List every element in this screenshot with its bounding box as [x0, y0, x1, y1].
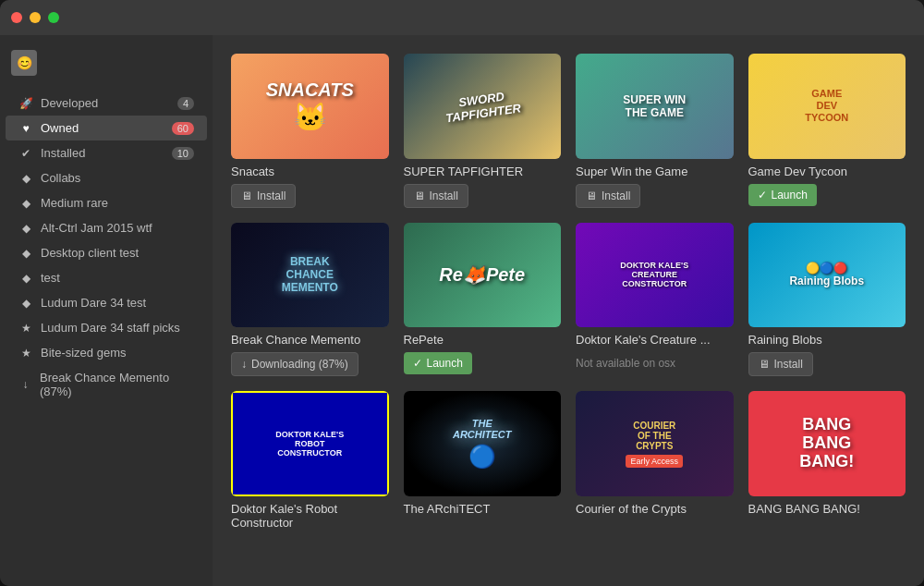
game-art: COURIEROF THECRYPTS Early Access	[576, 391, 734, 496]
game-title: Game Dev Tycoon	[748, 165, 906, 178]
game-art: DOKTOR KALE'SCREATURECONSTRUCTOR	[576, 223, 734, 328]
install-button[interactable]: 🖥 Install	[404, 184, 468, 208]
sidebar-item-desktopclient[interactable]: ◆ Desktop client test	[6, 240, 207, 265]
game-thumbnail[interactable]: DOKTOR KALE'SCREATURECONSTRUCTOR	[576, 223, 734, 328]
download-icon: ↓	[241, 358, 247, 371]
game-card-superwinthegame: SUPER WINTHE GAME Super Win the Game 🖥 I…	[576, 54, 734, 208]
close-button[interactable]	[11, 12, 22, 23]
sidebar-item-label: test	[41, 271, 60, 285]
install-icon: 🖥	[759, 358, 770, 371]
titlebar	[0, 0, 924, 35]
install-button[interactable]: 🖥 Install	[231, 184, 296, 208]
sidebar-item-ludumdare34staff[interactable]: ★ Ludum Dare 34 staff picks	[6, 315, 207, 340]
sidebar-item-collabs[interactable]: ◆ Collabs	[6, 165, 207, 190]
game-card-doktorkale: DOKTOR KALE'SCREATURECONSTRUCTOR Doktor …	[576, 223, 734, 377]
game-art: BANGBANGBANG!	[748, 391, 906, 496]
sidebar: 😊 🚀 Developed 4 ♥ Owned 60 ✔ Installed 1…	[0, 35, 213, 586]
game-thumbnail[interactable]: DOKTOR KALE'SROBOTCONSTRUCTOR	[231, 391, 389, 496]
sidebar-item-label: Developed	[41, 96, 98, 110]
sidebar-item-developed[interactable]: 🚀 Developed 4	[6, 91, 207, 116]
launch-button[interactable]: ✓ Launch	[404, 352, 472, 374]
sidebar-item-owned[interactable]: ♥ Owned 60	[6, 116, 207, 140]
sidebar-badge: 10	[172, 147, 194, 160]
sidebar-item-icon: ★	[18, 322, 33, 335]
sidebar-item-altctrljam[interactable]: ◆ Alt-Ctrl Jam 2015 wtf	[6, 215, 207, 240]
game-art: 🟡🔵🔴Raining Blobs	[748, 223, 906, 328]
maximize-button[interactable]	[48, 12, 59, 23]
game-title: SUPER TAPFIGHTER	[404, 165, 562, 178]
game-title: Break Chance Memento	[231, 333, 389, 347]
game-thumbnail[interactable]: COURIEROF THECRYPTS Early Access	[576, 391, 734, 496]
game-thumbnail[interactable]: BREAKCHANCEMEMENTO	[231, 223, 389, 328]
sidebar-item-label: Medium rare	[41, 196, 108, 210]
game-title: Doktor Kale's Robot Constructor	[231, 502, 389, 530]
game-art: GAMEDEVTYCOON	[748, 54, 906, 159]
install-icon: 🖥	[241, 189, 252, 202]
minimize-button[interactable]	[30, 12, 41, 23]
game-card-repete: Re🦊Pete RePete ✓ Launch	[404, 223, 562, 377]
game-thumbnail[interactable]: SUPER WINTHE GAME	[576, 54, 734, 159]
sidebar-item-label: Desktop client test	[41, 246, 139, 260]
game-title: Courier of the Crypts	[576, 502, 734, 516]
game-thumbnail[interactable]: GAMEDEVTYCOON	[748, 54, 906, 159]
sidebar-item-label: Owned	[41, 121, 79, 135]
sidebar-item-installed[interactable]: ✔ Installed 10	[6, 140, 207, 165]
game-thumbnail[interactable]: BANGBANGBANG!	[748, 391, 906, 496]
install-button[interactable]: 🖥 Install	[576, 184, 640, 208]
user-profile[interactable]: 😊	[0, 43, 213, 83]
game-card-supertapfighter: SWORDTAPFIGHTER SUPER TAPFIGHTER 🖥 Insta…	[404, 54, 562, 208]
game-card-architect: THEARCHITECT 🔵 The ARchiTECT	[404, 391, 562, 530]
sidebar-item-ludumdare34test[interactable]: ◆ Ludum Dare 34 test	[6, 290, 207, 315]
game-thumbnail[interactable]: 🟡🔵🔴Raining Blobs	[748, 223, 906, 328]
sidebar-item-mediumrare[interactable]: ◆ Medium rare	[6, 190, 207, 215]
game-title: Snacats	[231, 165, 389, 178]
sidebar-item-label: Break Chance Memento (87%)	[40, 371, 194, 398]
install-button[interactable]: 🖥 Install	[748, 352, 813, 376]
games-grid: SNACATS 🐱 Snacats 🖥 Install SWORDTAPFIGH…	[231, 54, 906, 530]
game-title: Super Win the Game	[576, 165, 734, 178]
sidebar-item-icon: ↓	[18, 378, 32, 391]
game-art: THEARCHITECT 🔵	[404, 391, 562, 496]
game-title: Raining Blobs	[748, 333, 906, 347]
game-art: BREAKCHANCEMEMENTO	[231, 223, 389, 328]
sidebar-item-breakchancememento[interactable]: ↓ Break Chance Memento (87%)	[6, 365, 207, 404]
sidebar-item-icon: ◆	[18, 222, 33, 235]
sidebar-item-bitesize[interactable]: ★ Bite-sized gems	[6, 340, 207, 365]
install-icon: 🖥	[586, 189, 597, 202]
game-art: DOKTOR KALE'SROBOTCONSTRUCTOR	[231, 391, 389, 496]
sidebar-item-label: Collabs	[41, 171, 80, 185]
game-thumbnail[interactable]: SWORDTAPFIGHTER	[404, 54, 562, 159]
game-card-gamedevtycoon: GAMEDEVTYCOON Game Dev Tycoon ✓ Launch	[748, 54, 906, 208]
sidebar-item-label: Ludum Dare 34 test	[41, 296, 146, 310]
sidebar-item-icon: ◆	[18, 197, 33, 210]
game-card-rainingblobs: 🟡🔵🔴Raining Blobs Raining Blobs 🖥 Install	[748, 223, 906, 377]
game-thumbnail[interactable]: SNACATS 🐱	[231, 54, 389, 159]
sidebar-item-icon: ◆	[18, 272, 33, 285]
game-art: SUPER WINTHE GAME	[576, 54, 734, 159]
game-art: Re🦊Pete	[404, 223, 562, 328]
sidebar-item-label: Alt-Ctrl Jam 2015 wtf	[41, 221, 152, 235]
sidebar-item-label: Installed	[41, 146, 85, 160]
content-area: 😊 🚀 Developed 4 ♥ Owned 60 ✔ Installed 1…	[0, 35, 924, 586]
app-window: 😊 🚀 Developed 4 ♥ Owned 60 ✔ Installed 1…	[0, 0, 924, 586]
game-card-robotconstructor: DOKTOR KALE'SROBOTCONSTRUCTOR Doktor Kal…	[231, 391, 389, 530]
sidebar-item-icon: ◆	[18, 297, 33, 310]
launch-button[interactable]: ✓ Launch	[748, 184, 817, 206]
game-title: The ARchiTECT	[404, 502, 562, 516]
avatar: 😊	[11, 50, 37, 76]
sidebar-item-icon: ♥	[18, 122, 33, 135]
download-button[interactable]: ↓ Downloading (87%)	[231, 352, 359, 376]
game-title: BANG BANG BANG!	[748, 502, 906, 516]
game-thumbnail[interactable]: Re🦊Pete	[404, 223, 562, 328]
game-card-courierofthecrypts: COURIEROF THECRYPTS Early Access Courier…	[576, 391, 734, 530]
sidebar-item-icon: 🚀	[18, 97, 33, 110]
sidebar-item-test[interactable]: ◆ test	[6, 265, 207, 290]
checkmark-icon: ✓	[413, 357, 422, 370]
game-thumbnail[interactable]: THEARCHITECT 🔵	[404, 391, 562, 496]
sidebar-item-icon: ◆	[18, 172, 33, 185]
sidebar-item-label: Bite-sized gems	[41, 346, 126, 360]
install-icon: 🖥	[414, 189, 425, 202]
sidebar-item-icon: ◆	[18, 247, 33, 260]
main-content: SNACATS 🐱 Snacats 🖥 Install SWORDTAPFIGH…	[213, 35, 924, 586]
game-art: SNACATS 🐱	[231, 54, 389, 159]
